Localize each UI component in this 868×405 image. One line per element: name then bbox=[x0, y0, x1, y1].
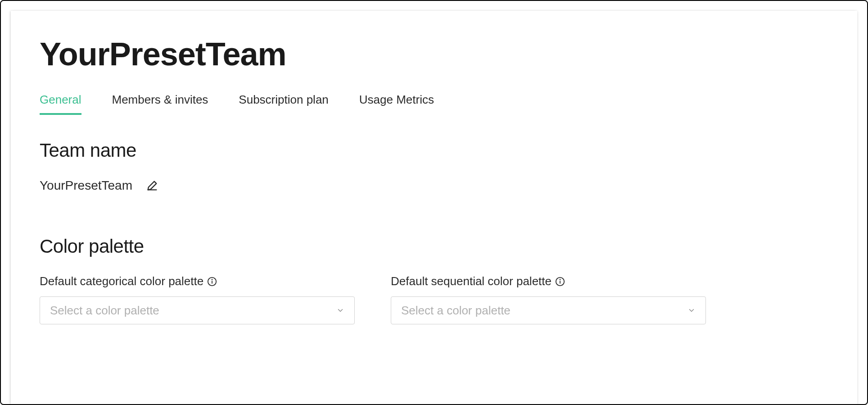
categorical-label: Default categorical color palette bbox=[40, 274, 203, 288]
tab-general[interactable]: General bbox=[40, 93, 81, 115]
color-palette-heading: Color palette bbox=[40, 236, 828, 257]
palette-fields-row: Default categorical color palette Select… bbox=[40, 274, 828, 324]
team-name-value: YourPresetTeam bbox=[40, 178, 132, 193]
tab-label: Usage Metrics bbox=[359, 93, 434, 106]
tab-subscription-plan[interactable]: Subscription plan bbox=[239, 93, 328, 115]
chevron-down-icon bbox=[687, 306, 696, 314]
info-icon[interactable] bbox=[207, 277, 217, 287]
svg-point-5 bbox=[560, 279, 561, 279]
select-placeholder: Select a color palette bbox=[401, 304, 511, 318]
team-name-row: YourPresetTeam bbox=[40, 178, 828, 193]
categorical-label-row: Default categorical color palette bbox=[40, 274, 355, 288]
tabs-bar: General Members & invites Subscription p… bbox=[40, 93, 828, 115]
chevron-down-icon bbox=[336, 306, 344, 314]
sequential-palette-field: Default sequential color palette Select … bbox=[391, 274, 706, 324]
sequential-label-row: Default sequential color palette bbox=[391, 274, 706, 288]
tab-usage-metrics[interactable]: Usage Metrics bbox=[359, 93, 434, 115]
edit-icon[interactable] bbox=[146, 179, 158, 192]
tab-label: Members & invites bbox=[112, 93, 208, 106]
svg-point-2 bbox=[212, 279, 212, 279]
tab-label: General bbox=[40, 93, 81, 106]
categorical-palette-select[interactable]: Select a color palette bbox=[40, 296, 355, 324]
team-name-heading: Team name bbox=[40, 140, 828, 161]
sequential-palette-select[interactable]: Select a color palette bbox=[391, 296, 706, 324]
info-icon[interactable] bbox=[555, 277, 565, 287]
settings-card: YourPresetTeam General Members & invites… bbox=[11, 11, 857, 404]
select-placeholder: Select a color palette bbox=[50, 304, 159, 318]
page-title: YourPresetTeam bbox=[40, 36, 828, 73]
outer-frame: YourPresetTeam General Members & invites… bbox=[0, 0, 868, 405]
tab-members-invites[interactable]: Members & invites bbox=[112, 93, 208, 115]
sequential-label: Default sequential color palette bbox=[391, 274, 552, 288]
categorical-palette-field: Default categorical color palette Select… bbox=[40, 274, 355, 324]
tab-label: Subscription plan bbox=[239, 93, 328, 106]
